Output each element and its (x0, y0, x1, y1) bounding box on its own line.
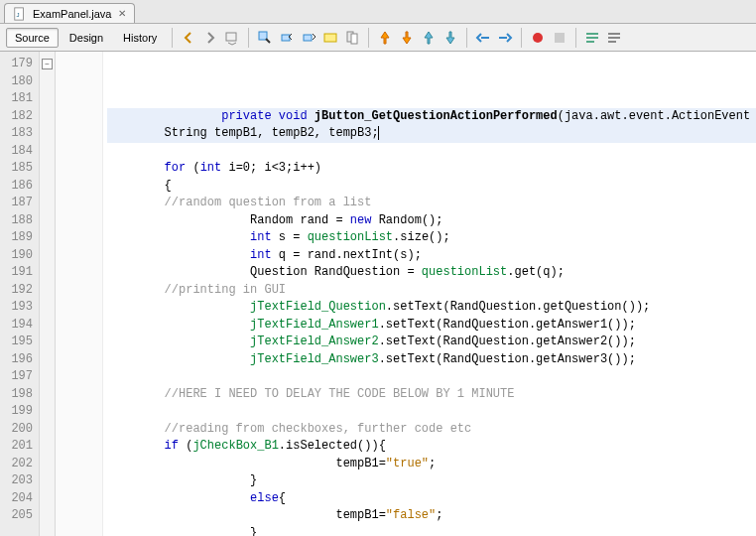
code-line[interactable]: jTextField_Answer3.setText(RandQuestion.… (107, 351, 756, 369)
stop-macro-icon[interactable] (550, 28, 569, 48)
comment-icon[interactable] (582, 28, 602, 48)
view-tab-history[interactable]: History (114, 28, 166, 48)
previous-error-icon[interactable] (419, 28, 439, 48)
line-number: 204 (0, 490, 33, 508)
line-number: 202 (0, 456, 33, 473)
toggle-highlight-icon[interactable] (320, 28, 340, 48)
code-line[interactable]: String tempB1, tempB2, tempB3; (107, 125, 756, 143)
code-line[interactable]: jTextField_Answer1.setText(RandQuestion.… (107, 317, 756, 335)
line-number: 186 (0, 178, 33, 196)
code-line[interactable]: } (107, 472, 756, 490)
view-tab-design[interactable]: Design (61, 28, 112, 48)
svg-text:J: J (17, 10, 20, 17)
line-number: 190 (0, 247, 33, 265)
line-number: 191 (0, 264, 33, 282)
code-line[interactable]: //printing in GUI (107, 282, 756, 300)
code-area[interactable]: private void jButton_GetQuestionActionPe… (103, 52, 756, 536)
code-line[interactable]: { (107, 178, 756, 196)
file-tab[interactable]: J ExamPanel.java ✕ (4, 3, 135, 23)
code-editor[interactable]: 1791801811821831841851861871881891901911… (0, 52, 756, 536)
separator (466, 28, 467, 48)
line-number: 189 (0, 229, 33, 247)
shift-right-icon[interactable] (495, 28, 515, 48)
code-line[interactable]: tempB1="true"; (107, 456, 756, 473)
separator (521, 28, 522, 48)
code-line[interactable]: tempB1="false"; (107, 507, 756, 525)
line-number: 179 (0, 56, 33, 73)
toggle-bookmark-icon[interactable] (342, 28, 362, 48)
line-number: 188 (0, 212, 33, 230)
next-error-icon[interactable] (441, 28, 460, 48)
line-number: 203 (0, 472, 33, 490)
separator (368, 28, 369, 48)
line-number: 194 (0, 317, 33, 335)
find-previous-icon[interactable] (277, 28, 297, 48)
shift-left-icon[interactable] (473, 28, 493, 48)
line-number: 183 (0, 125, 33, 143)
svg-rect-4 (282, 35, 290, 41)
line-number: 182 (0, 108, 33, 126)
separator (172, 28, 173, 48)
svg-rect-2 (226, 33, 236, 41)
java-file-icon: J (13, 7, 27, 21)
guide-gutter (56, 52, 103, 536)
code-line[interactable] (107, 368, 756, 386)
line-number: 184 (0, 143, 33, 161)
separator (248, 28, 249, 48)
svg-point-9 (533, 33, 543, 43)
svg-rect-8 (351, 34, 357, 44)
code-line[interactable]: jTextField_Question.setText(RandQuestion… (107, 299, 756, 317)
find-selection-icon[interactable] (255, 28, 275, 48)
code-line[interactable] (107, 403, 756, 421)
line-number: 205 (0, 507, 33, 525)
line-number: 193 (0, 299, 33, 317)
dropdown-icon[interactable] (222, 28, 242, 48)
line-number: 199 (0, 403, 33, 421)
line-number: 192 (0, 282, 33, 300)
code-line[interactable]: } (107, 525, 756, 537)
svg-rect-5 (304, 35, 312, 41)
uncomment-icon[interactable] (604, 28, 624, 48)
code-line[interactable]: //HERE I NEED TO DELAY THE CODE BELOW BY… (107, 386, 756, 404)
code-line[interactable]: //reading from checkboxes, further code … (107, 421, 756, 439)
fold-gutter: − (40, 52, 56, 536)
file-tab-bar: J ExamPanel.java ✕ (0, 0, 756, 24)
code-line[interactable]: int q = rand.nextInt(s); (107, 247, 756, 265)
svg-rect-10 (555, 33, 565, 43)
line-number: 198 (0, 386, 33, 404)
fold-toggle[interactable]: − (42, 59, 53, 69)
svg-rect-6 (324, 34, 336, 42)
next-bookmark-icon[interactable] (397, 28, 417, 48)
code-line[interactable]: private void jButton_GetQuestionActionPe… (107, 108, 756, 126)
code-line[interactable]: else{ (107, 490, 756, 508)
line-number-gutter: 1791801811821831841851861871881891901911… (0, 52, 40, 536)
previous-bookmark-icon[interactable] (375, 28, 395, 48)
line-number: 185 (0, 160, 33, 178)
line-number: 197 (0, 368, 33, 386)
editor-toolbar: Source Design History (0, 24, 756, 52)
view-tab-source[interactable]: Source (6, 28, 59, 48)
code-line[interactable]: for (int i=0; i<3;i++) (107, 160, 756, 178)
start-macro-icon[interactable] (528, 28, 548, 48)
code-line[interactable]: int s = questionList.size(); (107, 229, 756, 247)
code-line[interactable]: if (jCheckBox_B1.isSelected()){ (107, 438, 756, 456)
line-number: 181 (0, 90, 33, 108)
find-next-icon[interactable] (299, 28, 318, 48)
svg-rect-3 (259, 32, 267, 40)
code-line[interactable]: //random question from a list (107, 195, 756, 212)
line-number: 187 (0, 195, 33, 212)
code-line[interactable]: jTextField_Answer2.setText(RandQuestion.… (107, 334, 756, 351)
line-number: 200 (0, 421, 33, 439)
line-number: 195 (0, 334, 33, 351)
line-number: 196 (0, 351, 33, 369)
close-icon[interactable]: ✕ (118, 10, 126, 18)
forward-icon[interactable] (200, 28, 220, 48)
line-number: 201 (0, 438, 33, 456)
file-tab-label: ExamPanel.java (33, 8, 112, 20)
separator (575, 28, 576, 48)
code-line[interactable]: Question RandQuestion = questionList.get… (107, 264, 756, 282)
back-icon[interactable] (179, 28, 198, 48)
code-line[interactable]: Random rand = new Random(); (107, 212, 756, 230)
code-line[interactable] (107, 143, 756, 161)
line-number: 180 (0, 73, 33, 91)
